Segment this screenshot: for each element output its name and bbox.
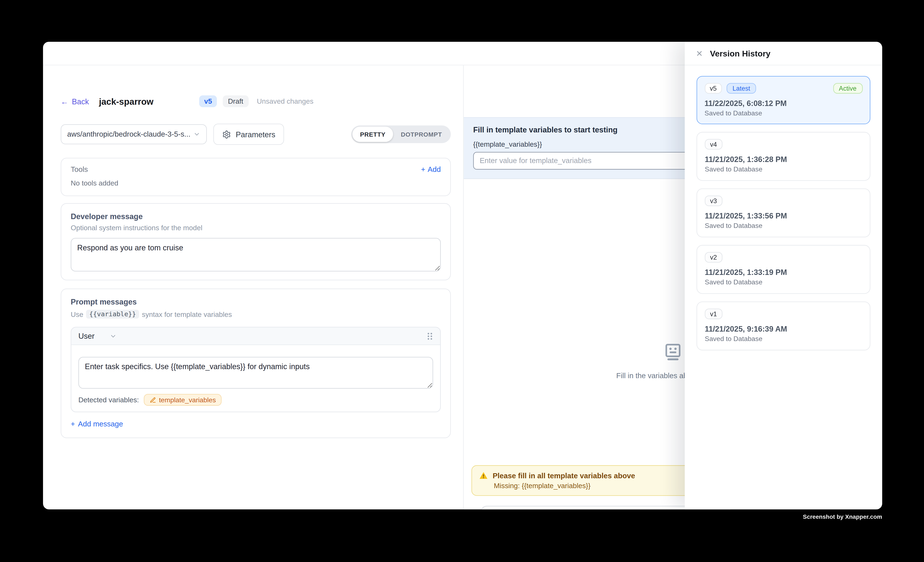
template-variable-chip-label: template_variables (159, 396, 216, 404)
prompt-editor-column: ← Back jack-sparrow v5 Draft Unsaved cha… (43, 65, 464, 509)
version-badges-row: v3 (705, 196, 862, 206)
template-variable-chip[interactable]: template_variables (144, 394, 222, 406)
warning-title: Please fill in all template variables ab… (493, 471, 635, 480)
version-timestamp: 11/21/2025, 1:36:28 PM (705, 155, 862, 164)
parameters-button[interactable]: Parameters (213, 124, 284, 145)
gear-icon (222, 130, 231, 139)
version-list: v5 Latest Active 11/22/2025, 6:08:12 PM … (685, 65, 882, 369)
chevron-down-icon (193, 131, 200, 138)
plus-icon: + (421, 166, 426, 174)
version-source: Saved to Database (705, 222, 862, 229)
title-row: ← Back jack-sparrow v5 Draft Unsaved cha… (61, 94, 451, 109)
version-card-v4[interactable]: v4 11/21/2025, 1:36:28 PM Saved to Datab… (697, 132, 870, 181)
message-body: Enter task specifics. Use {{template_var… (71, 345, 440, 389)
version-history-title: Version History (710, 49, 771, 58)
version-source: Saved to Database (705, 278, 862, 285)
version-badge: v5 (200, 96, 217, 107)
message-header: User (71, 327, 440, 345)
add-tool-label: Add (428, 166, 441, 174)
tools-title: Tools (71, 166, 88, 174)
add-tool-button[interactable]: + Add (421, 166, 441, 174)
prompt-messages-title: Prompt messages (71, 297, 441, 306)
app-window: ← Back jack-sparrow v5 Draft Unsaved cha… (43, 42, 882, 509)
subtitle-prefix: Use (71, 310, 83, 318)
model-select-value: aws/anthropic/bedrock-claude-3-5-s... (67, 130, 190, 138)
version-timestamp: 11/21/2025, 9:16:39 AM (705, 324, 862, 333)
developer-message-title: Developer message (71, 212, 441, 221)
version-badges-row: v5 Latest Active (705, 83, 862, 93)
back-button[interactable]: ← Back (61, 97, 89, 106)
version-timestamp: 11/21/2025, 1:33:19 PM (705, 268, 862, 277)
developer-message-textarea[interactable]: Respond as you are tom cruise (71, 238, 441, 272)
version-number-badge: v2 (705, 252, 722, 263)
bot-face-icon (663, 342, 683, 362)
view-mode-toggle: PRETTY DOTPROMPT (351, 126, 451, 143)
version-card-v1[interactable]: v1 11/21/2025, 9:16:39 AM Saved to Datab… (697, 302, 870, 350)
version-history-header: ✕ Version History (685, 42, 882, 65)
screenshot-stage: ← Back jack-sparrow v5 Draft Unsaved cha… (0, 0, 924, 562)
message-textarea[interactable]: Enter task specifics. Use {{template_var… (78, 357, 433, 389)
add-message-button[interactable]: + Add message (71, 420, 441, 428)
toggle-pretty[interactable]: PRETTY (352, 127, 393, 142)
close-icon[interactable]: ✕ (696, 49, 703, 57)
model-toolbar: aws/anthropic/bedrock-claude-3-5-s... Pa… (61, 124, 451, 145)
back-label: Back (72, 97, 89, 106)
xnapper-watermark: Screenshot by Xnapper.com (803, 514, 882, 520)
developer-message-subtitle: Optional system instructions for the mod… (71, 224, 441, 232)
version-number-badge: v1 (705, 308, 722, 319)
version-number-badge: v3 (705, 196, 722, 206)
tools-header: Tools + Add (71, 166, 441, 174)
toggle-dotprompt[interactable]: DOTPROMPT (393, 127, 450, 142)
prompt-messages-section: Prompt messages Use {{variable}} syntax … (61, 288, 451, 438)
version-source: Saved to Database (705, 335, 862, 342)
variable-syntax-chip: {{variable}} (86, 310, 139, 318)
detected-variables-row: Detected variables: template_variables (71, 389, 440, 411)
version-timestamp: 11/21/2025, 1:33:56 PM (705, 211, 862, 220)
version-source: Saved to Database (705, 166, 862, 173)
plus-icon: + (71, 420, 75, 428)
version-card-v3[interactable]: v3 11/21/2025, 1:33:56 PM Saved to Datab… (697, 188, 870, 237)
role-select[interactable]: User (78, 332, 94, 341)
version-history-panel: ✕ Version History v5 Latest Active 11/22… (685, 42, 882, 509)
active-badge: Active (833, 83, 862, 93)
parameters-label: Parameters (236, 130, 275, 139)
model-select[interactable]: aws/anthropic/bedrock-claude-3-5-s... (61, 124, 207, 144)
page-title: jack-sparrow (99, 96, 153, 106)
version-source: Saved to Database (705, 109, 862, 117)
message-block: User Enter task specifics. Use {{templat… (71, 327, 441, 412)
back-arrow-icon: ← (61, 97, 68, 106)
unsaved-changes-text: Unsaved changes (257, 97, 314, 105)
draft-status-badge: Draft (223, 96, 249, 107)
version-card-v5[interactable]: v5 Latest Active 11/22/2025, 6:08:12 PM … (697, 76, 870, 124)
tools-section: Tools + Add No tools added (61, 158, 451, 196)
chevron-down-icon[interactable] (110, 332, 117, 339)
warning-icon (479, 471, 488, 480)
add-message-label: Add message (78, 420, 123, 428)
detected-variables-label: Detected variables: (78, 396, 139, 404)
version-timestamp: 11/22/2025, 6:08:12 PM (705, 99, 862, 108)
developer-message-section: Developer message Optional system instru… (61, 203, 451, 280)
subtitle-suffix: syntax for template variables (142, 310, 232, 318)
latest-badge: Latest (727, 83, 756, 93)
version-badges-row: v2 (705, 252, 862, 263)
prompt-messages-subtitle: Use {{variable}} syntax for template var… (71, 310, 441, 318)
version-number-badge: v4 (705, 139, 722, 149)
drag-handle-icon[interactable] (427, 332, 433, 340)
pencil-icon (150, 397, 156, 403)
version-badges-row: v1 (705, 308, 862, 319)
tools-empty-text: No tools added (71, 179, 441, 187)
version-card-v2[interactable]: v2 11/21/2025, 1:33:19 PM Saved to Datab… (697, 245, 870, 294)
version-number-badge: v5 (705, 83, 722, 93)
version-badges-row: v4 (705, 139, 862, 149)
